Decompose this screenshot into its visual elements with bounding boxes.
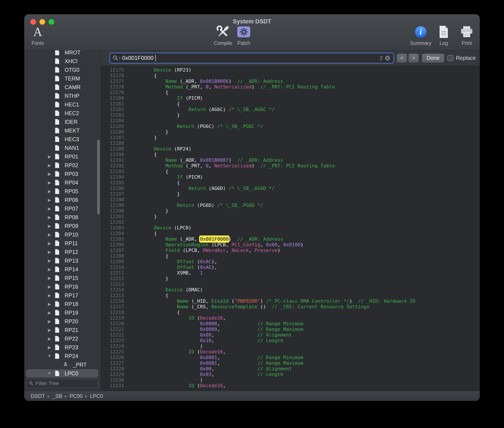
code-line-12218[interactable]: 12218 {	[101, 310, 480, 315]
code-line-12221[interactable]: 12221 0x0000, // Range Maximum	[101, 327, 480, 332]
code-line-12217[interactable]: 12217 Name (_CRS, ResourceTemplate () //…	[101, 304, 480, 310]
tree-item-otg0[interactable]: OTG0	[24, 66, 101, 74]
disclosure-triangle-icon[interactable]: ▶	[46, 180, 52, 185]
tree-item-mrot[interactable]: MROT	[24, 50, 101, 57]
tree-item-rp10[interactable]: ▶RP10	[24, 230, 101, 239]
code-line-12198[interactable]: 12198	[101, 197, 480, 203]
code-line-12199[interactable]: 12199 Return (PG6D) /* \_SB_.PG6D */	[101, 203, 480, 208]
clear-search-icon[interactable]	[384, 55, 391, 61]
disclosure-triangle-icon[interactable]: ▶	[46, 215, 52, 220]
tree-item-rp19[interactable]: ▶RP19	[24, 308, 101, 317]
tree-item-rp02[interactable]: ▶RP02	[24, 161, 101, 170]
tree-item-rp07[interactable]: ▶RP07	[24, 204, 101, 213]
code-line-12206[interactable]: 12206 OperationRegion (LPCB, PCI_Config,…	[101, 242, 480, 248]
tree-item-ider[interactable]: IDER	[24, 117, 101, 126]
tree-item-rp15[interactable]: ▶RP15	[24, 274, 101, 282]
tree-item-rp13[interactable]: ▶RP13	[24, 256, 101, 265]
breadcrumb-item-dsdt[interactable]: DSDT	[31, 393, 45, 399]
breadcrumb-item-pc00[interactable]: PC00	[70, 393, 83, 399]
tree-item-rp18[interactable]: ▶RP18	[24, 300, 101, 308]
code-line-12186[interactable]: 12186 }	[101, 129, 480, 135]
disclosure-triangle-icon[interactable]: ▶	[46, 284, 52, 289]
code-line-12178[interactable]: 12178 Method (_PRT, 0, NotSerialized) //…	[101, 84, 480, 90]
breadcrumb-item-lpc0[interactable]: LPC0	[90, 393, 103, 399]
code-line-12177[interactable]: 12177 Name (_ADR, 0x001B0006) // _ADR: A…	[101, 78, 480, 84]
tree-item-rp08[interactable]: ▶RP08	[24, 213, 101, 222]
tree-item-lpc0[interactable]: ▼LPC0	[24, 369, 101, 378]
code-line-12191[interactable]: 12191 Name (_ADR, 0x001B0007) // _ADR: A…	[101, 157, 480, 163]
tree-item-_prt[interactable]: _PRT	[24, 360, 101, 369]
disclosure-triangle-icon[interactable]: ▼	[46, 354, 52, 358]
disclosure-triangle-icon[interactable]: ▶	[46, 189, 52, 194]
compile-button[interactable]: Compile	[213, 24, 233, 46]
tree-item-rp12[interactable]: ▶RP12	[24, 248, 101, 256]
tree-item-rp20[interactable]: ▶RP20	[24, 317, 101, 326]
tree-item-rp21[interactable]: ▶RP21	[24, 326, 101, 334]
code-line-12200[interactable]: 12200 }	[101, 208, 480, 214]
code-line-12184[interactable]: 12184	[101, 118, 480, 123]
filter-tree-input[interactable]: Filter Tree	[26, 379, 98, 388]
code-line-12211[interactable]: 12211 XSMB, 1	[101, 270, 480, 276]
disclosure-triangle-icon[interactable]: ▶	[46, 232, 52, 237]
disclosure-triangle-icon[interactable]: ▶	[46, 293, 52, 298]
code-line-12192[interactable]: 12192 Method (_PRT, 0, NotSerialized) //…	[101, 163, 480, 169]
disclosure-triangle-icon[interactable]: ▶	[46, 163, 52, 168]
code-line-12222[interactable]: 12222 0x00, // Alignment	[101, 332, 480, 338]
code-line-12208[interactable]: 12208 {	[101, 253, 480, 259]
disclosure-triangle-icon[interactable]: ▶	[46, 198, 52, 203]
code-line-12176[interactable]: 12176 {	[101, 73, 480, 78]
code-line-12230[interactable]: 12230 )	[101, 377, 480, 383]
patch-button[interactable]: Patch	[233, 24, 254, 46]
tree-item-rp06[interactable]: ▶RP06	[24, 196, 101, 204]
code-line-12183[interactable]: 12183 }	[101, 112, 480, 118]
code-line-12223[interactable]: 12223 0x10, // Length	[101, 338, 480, 343]
tree-item-rp23[interactable]: ▶RP23	[24, 343, 101, 352]
code-line-12212[interactable]: 12212 }	[101, 276, 480, 281]
code-line-12195[interactable]: 12195 {	[101, 180, 480, 186]
tree-item-camr[interactable]: CAMR	[24, 83, 101, 91]
code-line-12209[interactable]: 12209 Offset (0xAC),	[101, 259, 480, 264]
code-line-12219[interactable]: 12219 IO (Decode16,	[101, 315, 480, 321]
summary-button[interactable]: i Summary	[410, 24, 431, 46]
code-line-12207[interactable]: 12207 Field (LPCB, DWordAcc, NoLock, Pre…	[101, 248, 480, 253]
search-input[interactable]: ▾ 0x001F0000 2	[110, 53, 394, 63]
disclosure-triangle-icon[interactable]: ▶	[46, 302, 52, 307]
tree-item-mekt[interactable]: MEKT	[24, 126, 101, 135]
tree-item-term[interactable]: TERM	[24, 74, 101, 83]
disclosure-triangle-icon[interactable]: ▶	[46, 345, 52, 350]
disclosure-triangle-icon[interactable]: ▶	[46, 336, 52, 341]
code-line-12189[interactable]: 12189 Device (RP24)	[101, 146, 480, 152]
tree-item-hec1[interactable]: HEC1	[24, 100, 101, 109]
code-line-12175[interactable]: 12175 Device (RP23)	[101, 67, 480, 73]
tree-item-rp01[interactable]: ▶RP01	[24, 152, 101, 161]
fonts-button[interactable]: A Fonts	[27, 24, 48, 46]
find-next-button[interactable]: >	[408, 54, 419, 63]
tree-item-nan1[interactable]: NAN1	[24, 144, 101, 152]
tree-item-rp03[interactable]: ▶RP03	[24, 170, 101, 178]
tree-item-rp17[interactable]: ▶RP17	[24, 291, 101, 300]
tree-item-xhci[interactable]: XHCI	[24, 57, 101, 66]
code-line-12197[interactable]: 12197 }	[101, 191, 480, 197]
code-line-12202[interactable]: 12202	[101, 219, 480, 225]
tree-item-nthp[interactable]: NTHP	[24, 91, 101, 100]
code-line-12190[interactable]: 12190 {	[101, 152, 480, 157]
tree-item-rp16[interactable]: ▶RP16	[24, 282, 101, 291]
disclosure-triangle-icon[interactable]: ▶	[46, 267, 52, 272]
print-button[interactable]: Print	[456, 24, 477, 46]
code-line-12181[interactable]: 12181 {	[101, 101, 480, 107]
code-line-12213[interactable]: 12213	[101, 281, 480, 287]
editor-pane[interactable]: 12175 Device (RP23)12176 {12177 Name (_A…	[101, 66, 480, 391]
code-line-12227[interactable]: 12227 0x0081, // Range Maximum	[101, 360, 480, 366]
code-line-12205[interactable]: 12205 Name (_ADR, 0x001F0000) // _ADR: A…	[101, 236, 480, 242]
code-line-12226[interactable]: 12226 0x0081, // Range Minimum	[101, 355, 480, 360]
tree-item-hec2[interactable]: HEC2	[24, 109, 101, 117]
log-button[interactable]: Log	[433, 24, 454, 46]
disclosure-triangle-icon[interactable]: ▶	[46, 319, 52, 324]
code-line-12187[interactable]: 12187 }	[101, 135, 480, 140]
code-line-12201[interactable]: 12201 }	[101, 214, 480, 219]
code-line-12193[interactable]: 12193 {	[101, 169, 480, 174]
find-previous-button[interactable]: <	[397, 54, 407, 63]
code-line-12231[interactable]: 12231 IO (Decode16,	[101, 383, 480, 388]
tree-item-rp24[interactable]: ▼RP24	[24, 352, 101, 360]
search-icon[interactable]: ▾	[113, 55, 121, 61]
